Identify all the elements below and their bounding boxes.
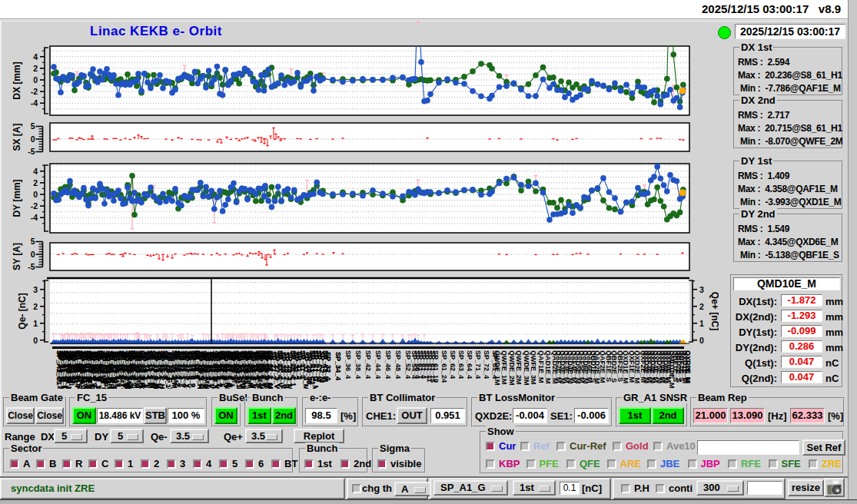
svg-text:0: 0 bbox=[31, 250, 35, 259]
svg-text:2: 2 bbox=[33, 302, 38, 311]
svg-text:SP_61_24: SP_61_24 bbox=[440, 350, 448, 383]
svg-text:SP_71_4: SP_71_4 bbox=[474, 350, 482, 379]
svg-text:QWDE_2M: QWDE_2M bbox=[508, 350, 516, 386]
svg-text:SP_63_4: SP_63_4 bbox=[457, 350, 465, 379]
svg-text:QXD2E_M: QXD2E_M bbox=[684, 350, 692, 383]
svg-text:SP_34_4: SP_34_4 bbox=[334, 352, 342, 380]
svg-text:SY [A]: SY [A] bbox=[12, 243, 22, 270]
svg-text:SP_72_4: SP_72_4 bbox=[483, 350, 490, 379]
svg-text:SP_36_4: SP_36_4 bbox=[344, 350, 352, 379]
svg-text:SP_46_4: SP_46_4 bbox=[384, 350, 392, 379]
svg-text:0: 0 bbox=[33, 75, 38, 85]
svg-text:QWDE_1M: QWDE_1M bbox=[493, 350, 501, 386]
svg-text:QAD1E_M: QAD1E_M bbox=[544, 350, 552, 384]
svg-text:SP_32_4: SP_32_4 bbox=[324, 352, 332, 380]
svg-text:SP_44_4: SP_44_4 bbox=[374, 350, 382, 379]
svg-text:SP_12_1: SP_12_1 bbox=[264, 350, 271, 379]
svg-text:0: 0 bbox=[31, 134, 35, 144]
svg-text:Qe- [nC]: Qe- [nC] bbox=[17, 293, 28, 329]
svg-text:2: 2 bbox=[699, 302, 704, 311]
svg-text:4: 4 bbox=[33, 167, 38, 176]
svg-text:SP_64_4: SP_64_4 bbox=[466, 350, 473, 379]
svg-text:SX [A]: SX [A] bbox=[12, 123, 22, 151]
svg-text:2: 2 bbox=[33, 178, 38, 187]
svg-text:1: 1 bbox=[699, 319, 704, 328]
svg-text:4: 4 bbox=[33, 52, 38, 61]
svg-text:-4: -4 bbox=[31, 213, 38, 222]
svg-text:DX [mm]: DX [mm] bbox=[12, 61, 22, 99]
svg-text:QWDE_3M: QWDE_3M bbox=[523, 350, 530, 386]
svg-text:QWFE_2M: QWFE_2M bbox=[515, 350, 523, 385]
svg-text:0: 0 bbox=[33, 336, 38, 345]
svg-text:0: 0 bbox=[699, 336, 704, 345]
svg-text:5: 5 bbox=[31, 121, 35, 131]
svg-text:SP_62_4: SP_62_4 bbox=[449, 350, 457, 379]
svg-text:SP_38_4: SP_38_4 bbox=[354, 350, 362, 379]
svg-text:DY [mm]: DY [mm] bbox=[12, 179, 22, 217]
svg-text:5: 5 bbox=[31, 237, 35, 246]
svg-text:QWFE_3M: QWFE_3M bbox=[530, 350, 537, 385]
svg-text:-5: -5 bbox=[28, 147, 35, 156]
svg-text:0: 0 bbox=[33, 190, 38, 199]
svg-text:-2: -2 bbox=[31, 87, 38, 96]
svg-text:1: 1 bbox=[33, 319, 38, 328]
svg-text:3: 3 bbox=[33, 285, 38, 294]
svg-text:QWFE_1M: QWFE_1M bbox=[500, 350, 508, 385]
svg-text:SP_61_19: SP_61_19 bbox=[432, 350, 440, 383]
svg-text:QAF1E_M: QAF1E_M bbox=[537, 350, 545, 383]
svg-text:-2: -2 bbox=[31, 201, 38, 211]
svg-text:-4: -4 bbox=[31, 98, 38, 108]
svg-text:3: 3 bbox=[699, 285, 704, 294]
svg-text:2: 2 bbox=[33, 64, 38, 73]
svg-text:SP_42_4: SP_42_4 bbox=[364, 350, 372, 379]
svg-text:-5: -5 bbox=[28, 262, 35, 271]
svg-text:SP_48_4: SP_48_4 bbox=[394, 350, 402, 379]
svg-text:Qe+ [nC]: Qe+ [nC] bbox=[709, 292, 719, 330]
